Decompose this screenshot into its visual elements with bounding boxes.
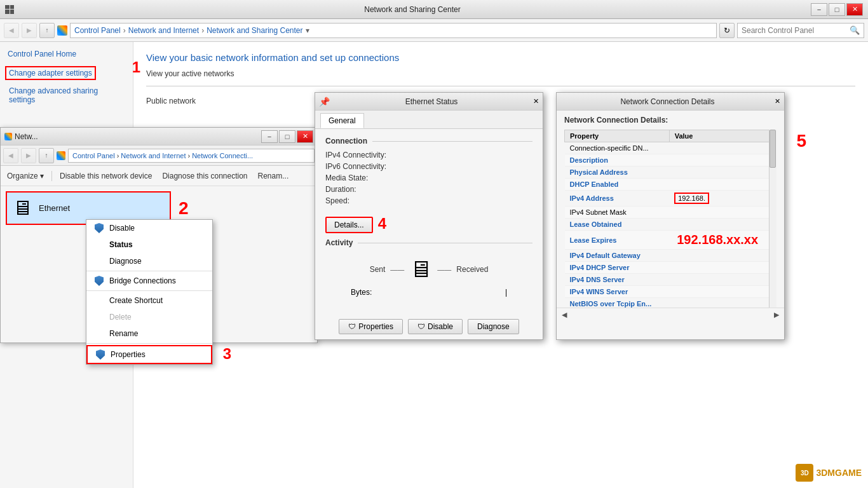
window-title: Network and Sharing Center	[14, 5, 811, 14]
organize-button[interactable]: Organize ▾	[4, 170, 46, 182]
table-row: DHCP Enabled	[565, 179, 776, 191]
ctx-delete: Delete	[86, 309, 212, 325]
back-button[interactable]: ◀	[4, 23, 19, 38]
nc-maximize[interactable]: □	[279, 130, 295, 143]
scroll-track	[769, 130, 776, 308]
property-column-header: Property	[565, 130, 670, 142]
dialog-footer: 🛡 Properties 🛡 Disable Diagnose	[315, 319, 543, 334]
search-icon[interactable]: 🔍	[850, 25, 860, 35]
ctx-rename[interactable]: Rename	[86, 325, 212, 342]
nc-icon	[4, 133, 12, 140]
refresh-button[interactable]: ↻	[719, 23, 735, 38]
address-bar: ◀ ▶ ↑ Control Panel › Network and Intern…	[0, 19, 868, 42]
ipv4-address-value: 192.168.	[674, 193, 709, 204]
diagnose-connection-button[interactable]: Diagnose this connection	[159, 170, 250, 182]
pin-icon: 📌	[319, 97, 330, 107]
logo-icon: 3D	[796, 464, 813, 482]
ctx-shortcut[interactable]: Create Shortcut	[86, 292, 212, 309]
disable-footer-btn[interactable]: 🛡 Disable	[408, 319, 463, 334]
ctx-bridge[interactable]: Bridge Connections	[86, 273, 212, 289]
bytes-row: Bytes: |	[325, 288, 532, 297]
activity-section: Activity Sent —— 🖥 —— Received Bytes: |	[325, 238, 532, 297]
forward-button[interactable]: ▶	[22, 23, 37, 38]
disable-network-button[interactable]: Disable this network device	[57, 170, 154, 182]
nc-breadcrumb: Control Panel › Network and Internet › N…	[68, 149, 315, 163]
scroll-thumb[interactable]	[770, 130, 776, 168]
ctx-properties[interactable]: Properties	[86, 345, 212, 364]
details-scroll-area: Property Value Connection-specific DN...…	[564, 130, 776, 308]
breadcrumb-sharing-center[interactable]: Network and Sharing Center	[207, 26, 302, 35]
network-details-dialog: Network Connection Details ✕ Network Con…	[556, 92, 785, 340]
ethernet-label: Ethernet	[39, 203, 70, 213]
details-title-bar: Network Connection Details ✕	[557, 93, 784, 111]
nc-forward[interactable]: ▶	[21, 148, 36, 163]
nc-back[interactable]: ◀	[3, 148, 18, 163]
network-activity-icon: 🖥	[409, 256, 432, 283]
search-input[interactable]	[742, 26, 847, 35]
details-table: Property Value Connection-specific DN...…	[564, 130, 776, 308]
page-title: View your basic network information and …	[146, 52, 855, 63]
step3-badge: 3	[223, 345, 231, 363]
breadcrumb-bar: Control Panel › Network and Internet › N…	[70, 23, 717, 38]
rename-button[interactable]: Renam...	[255, 170, 292, 182]
ipv4-address-row: IPv4 Address 192.168.	[565, 191, 776, 207]
ethernet-status-title-bar: 📌 Ethernet Status ✕	[315, 93, 543, 111]
ethernet-status-dialog: 📌 Ethernet Status ✕ General Connection I…	[315, 92, 543, 340]
sidebar-home-link[interactable]: Control Panel Home	[5, 50, 128, 58]
title-bar-controls: − □ ✕	[811, 3, 863, 16]
minimize-button[interactable]: −	[811, 3, 827, 16]
activity-row: Sent —— 🖥 —— Received	[325, 251, 532, 288]
properties-footer-btn[interactable]: 🛡 Properties	[339, 319, 403, 334]
details-button[interactable]: Details...	[325, 217, 373, 233]
ctx-disable[interactable]: Disable	[86, 220, 212, 236]
public-network-label: Public network	[146, 97, 196, 105]
table-row: NetBIOS over Tcpip En...	[565, 298, 776, 308]
ipv6-connectivity-row: IPv6 Connectivity:	[325, 161, 532, 172]
maximize-button[interactable]: □	[829, 3, 845, 16]
value-column-header: Value	[669, 130, 776, 142]
nc-toolbar: Organize ▾ Disable this network device D…	[1, 166, 317, 186]
table-row: Physical Address	[565, 166, 776, 179]
ethernet-status-title: Ethernet Status	[330, 97, 533, 106]
change-adapter-settings-link[interactable]: Change adapter settings	[5, 66, 96, 80]
tab-general[interactable]: General	[320, 113, 364, 128]
diagnose-footer-btn[interactable]: Diagnose	[468, 319, 519, 334]
breadcrumb-network-internet[interactable]: Network and Internet	[128, 26, 199, 35]
tab-bar: General	[315, 111, 543, 129]
title-bar: Network and Sharing Center − □ ✕	[0, 0, 868, 19]
game-logo: 3D 3DMGAME	[796, 464, 862, 482]
connection-section: Connection IPv4 Connectivity: IPv6 Conne…	[325, 137, 532, 207]
step2-badge: 2	[179, 198, 189, 219]
ctx-diagnose[interactable]: Diagnose	[86, 253, 212, 269]
step4-badge: 4	[378, 215, 386, 233]
details-dialog-close[interactable]: ✕	[775, 97, 780, 105]
details-dialog-title: Network Connection Details	[560, 97, 775, 106]
media-state-row: Media State:	[325, 172, 532, 184]
nc-up[interactable]: ↑	[39, 148, 54, 163]
active-networks-label: View your active networks	[146, 69, 855, 78]
table-row: Connection-specific DN...	[565, 142, 776, 154]
lease-expires-row: Lease Expires 192.168.xx.xx	[565, 231, 776, 250]
up-button[interactable]: ↑	[39, 23, 55, 38]
ethernet-status-close[interactable]: ✕	[533, 97, 539, 105]
change-sharing-settings-link[interactable]: Change advanced sharing settings	[5, 84, 128, 107]
nc-close[interactable]: ✕	[297, 130, 313, 143]
activity-title: Activity	[325, 238, 532, 247]
nc-minimize[interactable]: −	[261, 130, 278, 143]
speed-row: Speed:	[325, 195, 532, 207]
step5-badge: 5	[796, 131, 806, 151]
breadcrumb-control-panel[interactable]: Control Panel	[74, 26, 121, 35]
context-menu: Disable Status Diagnose Bridge Connectio…	[86, 219, 213, 365]
table-row: IPv4 Subnet Mask	[565, 207, 776, 219]
details-header: Network Connection Details:	[557, 111, 784, 130]
duration-row: Duration:	[325, 184, 532, 195]
close-button[interactable]: ✕	[846, 3, 863, 16]
table-row: IPv4 WINS Server	[565, 286, 776, 298]
ctx-status[interactable]: Status	[86, 236, 212, 253]
table-row: IPv4 DNS Server	[565, 274, 776, 286]
nc-title: Netw...	[15, 132, 38, 141]
step1-badge: 1	[132, 60, 140, 75]
table-row: Lease Obtained	[565, 219, 776, 231]
table-row: IPv4 Default Gateway	[565, 250, 776, 262]
connection-section-title: Connection	[325, 137, 532, 146]
